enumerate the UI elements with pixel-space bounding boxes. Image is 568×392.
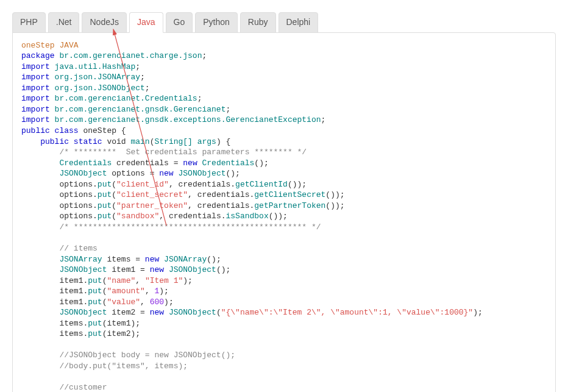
tab-delphi[interactable]: Delphi <box>279 12 319 33</box>
tab-ruby[interactable]: Ruby <box>240 12 276 33</box>
code-block: oneStep JAVA package br.com.gerencianet.… <box>12 32 556 392</box>
tab-java[interactable]: Java <box>129 12 163 33</box>
tab-php[interactable]: PHP <box>12 12 46 33</box>
code-content: oneStep JAVA package br.com.gerencianet.… <box>21 40 547 392</box>
tab-net[interactable]: .Net <box>48 12 80 33</box>
language-tabs: PHP.NetNodeJsJavaGoPythonRubyDelphi <box>12 12 556 33</box>
tab-nodejs[interactable]: NodeJs <box>82 12 126 33</box>
tab-go[interactable]: Go <box>166 12 193 33</box>
tab-python[interactable]: Python <box>195 12 238 33</box>
